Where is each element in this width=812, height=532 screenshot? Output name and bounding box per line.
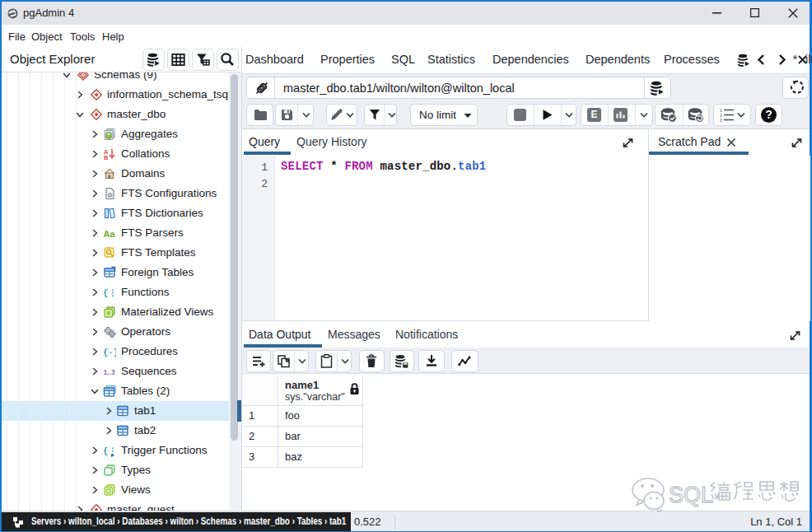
svg-text:{·}: {·}: [103, 348, 116, 357]
svg-text:B: B: [104, 154, 109, 161]
svg-text:{⋮}: {⋮}: [103, 446, 116, 456]
svg-text:1..3: 1..3: [104, 368, 115, 376]
svg-text:{⋮}: {⋮}: [103, 288, 116, 298]
svg-text:3: 3: [720, 118, 722, 122]
svg-text:SQL: SQL: [669, 483, 713, 507]
svg-text:Aa: Aa: [104, 229, 116, 239]
